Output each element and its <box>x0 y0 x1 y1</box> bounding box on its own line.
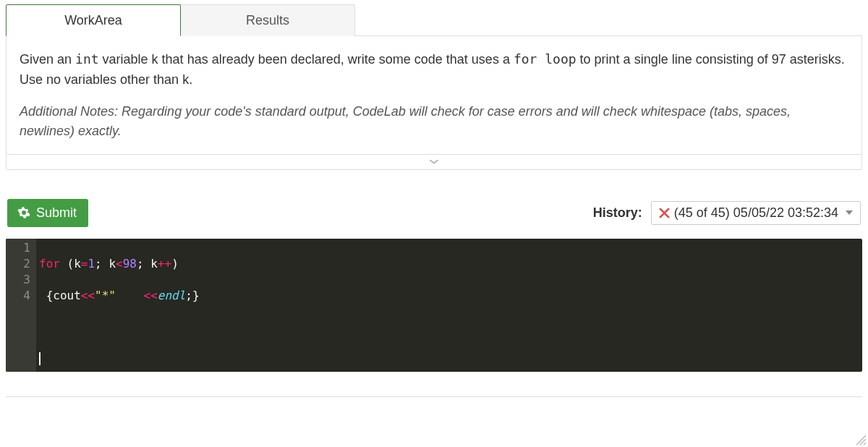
token-punct: ( <box>67 257 75 271</box>
tab-results[interactable]: Results <box>180 4 355 36</box>
submit-button[interactable]: Submit <box>7 199 88 227</box>
problem-notes: Additional Notes: Regarding your code's … <box>20 102 847 141</box>
text-cursor <box>39 352 41 365</box>
line-number: 4 <box>14 288 30 304</box>
divider <box>6 396 862 397</box>
history-select[interactable]: (45 of 45) 05/05/22 03:52:34 <box>651 201 861 225</box>
token-punct: } <box>192 289 200 302</box>
token-space <box>116 289 144 302</box>
token-ident: k <box>74 257 81 271</box>
problem-panel: Given an int variable k that has already… <box>6 36 862 155</box>
line-number: 2 <box>14 256 30 272</box>
token-punct: ; <box>137 257 144 271</box>
history-block: History: (45 of 45) 05/05/22 03:52:34 <box>593 201 861 225</box>
chevron-down-icon <box>428 158 440 166</box>
token-op: ++ <box>158 257 171 271</box>
caret-down-icon <box>846 210 853 215</box>
tabstrip: WorkArea Results <box>6 3 862 36</box>
collapse-toggle[interactable] <box>6 155 862 170</box>
token-ident: k <box>109 257 116 271</box>
token-keyword: for <box>39 257 60 271</box>
svg-line-2 <box>864 443 866 445</box>
token-number: 1 <box>88 257 95 271</box>
editor-content[interactable]: for (k=1; k<98; k++) {cout<<"*" <<endl;} <box>36 239 862 372</box>
problem-text: Given an <box>20 52 75 67</box>
line-number: 3 <box>14 272 30 288</box>
controls-row: Submit History: (45 of 45) 05/05/22 03:5… <box>6 199 862 227</box>
token-ident: k <box>150 257 158 271</box>
code-literal: for loop <box>514 51 576 67</box>
problem-statement: Given an int variable k that has already… <box>20 49 847 90</box>
token-number: 98 <box>123 257 137 271</box>
token-punct: ) <box>171 257 179 271</box>
token-space <box>144 257 151 271</box>
token-op: < <box>116 257 123 271</box>
code-editor[interactable]: 1 2 3 4 for (k=1; k<98; k++) {cout<<"*" … <box>6 239 862 372</box>
history-label: History: <box>593 205 642 221</box>
token-punct: ; <box>95 257 102 271</box>
token-punct: ; <box>185 289 192 302</box>
submit-label: Submit <box>36 205 77 221</box>
problem-text: variable k that has already been declare… <box>99 52 514 67</box>
token-space <box>102 257 109 271</box>
token-string: "*" <box>95 289 116 302</box>
resize-handle[interactable] <box>854 433 867 446</box>
x-icon <box>659 208 670 218</box>
editor-gutter: 1 2 3 4 <box>6 239 36 372</box>
token-endl: endl <box>158 289 186 302</box>
token-op: << <box>144 289 158 302</box>
token-op: << <box>81 289 95 302</box>
history-entry-text: (45 of 45) 05/05/22 03:52:34 <box>674 205 838 221</box>
token-punct: { <box>46 289 54 302</box>
gear-icon <box>17 206 30 219</box>
token-ident: cout <box>53 289 81 302</box>
resize-icon <box>854 433 867 446</box>
line-number: 1 <box>14 240 30 256</box>
tab-workarea[interactable]: WorkArea <box>6 4 181 36</box>
code-literal: int <box>75 51 99 67</box>
